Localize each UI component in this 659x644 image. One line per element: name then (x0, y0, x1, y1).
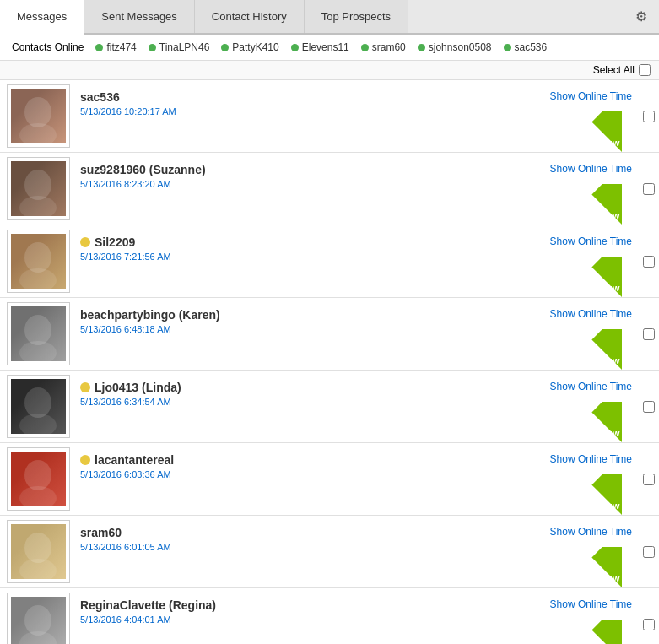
select-all-label: Select All (593, 64, 635, 76)
show-online-time-link[interactable]: Show Online Time (550, 598, 632, 610)
show-online-time-link[interactable]: Show Online Time (550, 235, 632, 247)
message-item: sram605/13/2016 6:01:05 AMShow Online Ti… (0, 516, 659, 588)
svg-point-22 (24, 605, 51, 636)
message-info: beachpartybingo (Karen)5/13/2016 6:48:18… (77, 298, 529, 370)
message-actions: Show Online TimeNEW (529, 443, 639, 515)
new-badge: NEW (581, 474, 622, 515)
message-item: lacantantereal5/13/2016 6:03:36 AMShow O… (0, 443, 659, 516)
message-checkbox[interactable] (643, 183, 655, 195)
online-user-sjohnson[interactable]: sjohnson0508 (418, 41, 492, 53)
svg-point-16 (24, 460, 51, 490)
message-actions: Show Online TimeNEW (529, 371, 639, 442)
new-badge: NEW (581, 547, 622, 587)
message-item: sac5365/13/2016 10:20:17 AMShow Online T… (0, 80, 659, 153)
online-dot-fitz474 (95, 44, 103, 51)
message-checkbox[interactable] (643, 474, 655, 485)
online-user-tinalp[interactable]: TinaLPN46 (149, 41, 210, 53)
username-label[interactable]: sram60 (80, 526, 122, 539)
message-checkbox-wrap (639, 153, 659, 225)
svg-point-7 (24, 242, 51, 273)
message-checkbox[interactable] (643, 546, 655, 558)
message-timestamp: 5/13/2016 6:03:36 AM (80, 469, 522, 479)
message-checkbox[interactable] (643, 256, 655, 268)
avatar[interactable] (7, 84, 70, 148)
message-timestamp: 5/13/2016 10:20:17 AM (80, 106, 522, 116)
message-item: Sil22095/13/2016 7:21:56 AMShow Online T… (0, 225, 659, 298)
gear-button[interactable]: ⚙ (624, 0, 659, 33)
username-label[interactable]: beachpartybingo (Karen) (80, 308, 220, 322)
show-online-time-link[interactable]: Show Online Time (550, 526, 632, 538)
show-online-time-link[interactable]: Show Online Time (550, 308, 632, 320)
message-timestamp: 5/13/2016 6:34:54 AM (80, 397, 522, 407)
tab-contact-history[interactable]: Contact History (195, 0, 305, 33)
contacts-online-label: Contacts Online (12, 41, 84, 53)
svg-point-10 (24, 315, 51, 345)
message-checkbox-wrap (639, 588, 659, 644)
message-actions: Show Online TimeNEW (529, 153, 639, 225)
show-online-time-link[interactable]: Show Online Time (550, 381, 632, 392)
avatar[interactable] (7, 230, 70, 293)
message-checkbox-wrap (639, 80, 659, 152)
new-badge: NEW (581, 620, 622, 644)
message-checkbox-wrap (639, 516, 659, 587)
message-timestamp: 5/13/2016 7:21:56 AM (80, 252, 522, 262)
select-all-checkbox[interactable] (639, 64, 651, 76)
message-checkbox[interactable] (643, 328, 655, 340)
online-dot-sjohnson (418, 44, 425, 51)
online-dot-pattyk (221, 44, 229, 51)
online-user-sac536[interactable]: sac536 (504, 41, 548, 53)
username-label[interactable]: ReginaClavette (Regina) (80, 598, 216, 612)
message-checkbox[interactable] (643, 111, 655, 122)
username-label[interactable]: suz9281960 (Suzanne) (80, 163, 206, 176)
online-user-elevens[interactable]: Elevens11 (291, 41, 349, 53)
message-item: ReginaClavette (Regina)5/13/2016 4:04:01… (0, 588, 659, 644)
show-online-time-link[interactable]: Show Online Time (550, 163, 632, 175)
message-timestamp: 5/13/2016 8:23:20 AM (80, 179, 522, 189)
tabs-bar: Messages Sent Messages Contact History T… (0, 0, 659, 35)
message-checkbox[interactable] (643, 401, 655, 413)
online-user-fitz474[interactable]: fitz474 (95, 41, 136, 53)
tab-sent-messages[interactable]: Sent Messages (84, 0, 195, 33)
username-label[interactable]: Ljo0413 (Linda) (95, 381, 181, 394)
svg-point-1 (24, 97, 51, 127)
username-label[interactable]: lacantantereal (95, 453, 174, 467)
online-indicator-icon (80, 455, 90, 465)
message-checkbox[interactable] (643, 619, 655, 630)
message-actions: Show Online TimeNEW (529, 225, 639, 297)
online-dot-sac536 (504, 44, 511, 51)
username-label[interactable]: sac536 (80, 90, 120, 104)
username-label[interactable]: Sil2209 (95, 235, 135, 249)
message-checkbox-wrap (639, 225, 659, 297)
message-actions: Show Online TimeNEW (529, 80, 639, 152)
show-online-time-link[interactable]: Show Online Time (550, 90, 632, 102)
avatar[interactable] (7, 447, 70, 511)
svg-point-4 (24, 170, 51, 200)
online-dot-tinalp (149, 44, 156, 51)
avatar[interactable] (7, 157, 70, 220)
tab-top-prospects[interactable]: Top Prospects (305, 0, 408, 33)
online-indicator-icon (80, 237, 90, 247)
message-item: suz9281960 (Suzanne)5/13/2016 8:23:20 AM… (0, 153, 659, 225)
show-online-time-link[interactable]: Show Online Time (550, 453, 632, 465)
online-user-pattyk[interactable]: PattyK410 (221, 41, 278, 53)
message-item: Ljo0413 (Linda)5/13/2016 6:34:54 AMShow … (0, 371, 659, 443)
message-checkbox-wrap (639, 298, 659, 370)
message-checkbox-wrap (639, 371, 659, 442)
online-dot-elevens (291, 44, 299, 51)
avatar[interactable] (7, 375, 70, 438)
avatar[interactable] (7, 593, 70, 644)
messages-list: sac5365/13/2016 10:20:17 AMShow Online T… (0, 80, 659, 644)
message-info: Ljo0413 (Linda)5/13/2016 6:34:54 AM (77, 371, 529, 442)
new-badge: NEW (581, 402, 622, 442)
message-actions: Show Online TimeNEW (529, 516, 639, 587)
message-info: sac5365/13/2016 10:20:17 AM (77, 80, 529, 152)
svg-point-19 (24, 533, 51, 563)
message-timestamp: 5/13/2016 6:48:18 AM (80, 324, 522, 334)
tab-messages[interactable]: Messages (0, 0, 84, 35)
message-info: ReginaClavette (Regina)5/13/2016 4:04:01… (77, 588, 529, 644)
online-user-sram60[interactable]: sram60 (361, 41, 406, 53)
message-checkbox-wrap (639, 443, 659, 515)
avatar[interactable] (7, 302, 70, 365)
avatar[interactable] (7, 520, 70, 583)
message-timestamp: 5/13/2016 4:04:01 AM (80, 614, 522, 625)
